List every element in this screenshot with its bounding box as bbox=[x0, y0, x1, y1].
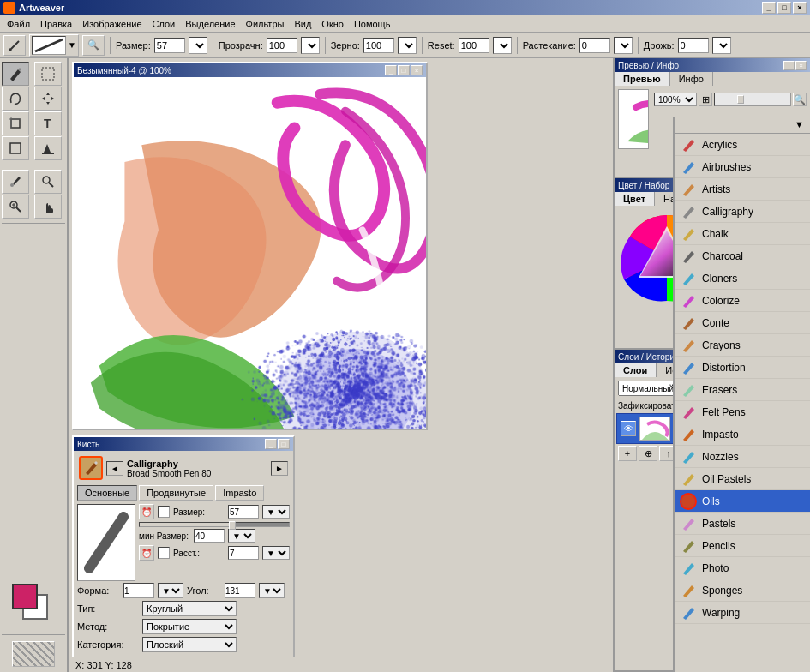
menu-edit[interactable]: Правка bbox=[35, 17, 77, 31]
brush-list-item-oil_pastels[interactable]: Oil Pastels bbox=[675, 468, 810, 490]
tool-text[interactable]: T bbox=[34, 111, 62, 135]
tab-info[interactable]: Инфо bbox=[670, 72, 713, 86]
canvas-minimize[interactable]: _ bbox=[385, 65, 397, 75]
brush-list-settings-icon[interactable]: ▼ bbox=[795, 119, 807, 131]
zoom-select[interactable]: 100% bbox=[654, 93, 697, 106]
brush-list-item-cloners[interactable]: Cloners bbox=[675, 267, 810, 290]
tab-color[interactable]: Цвет bbox=[615, 192, 655, 206]
menu-file[interactable]: Файл bbox=[2, 17, 35, 31]
tab-preview[interactable]: Превью bbox=[615, 72, 670, 86]
tool-move[interactable] bbox=[34, 87, 62, 111]
tool-fill[interactable] bbox=[34, 136, 62, 160]
preview-close[interactable]: × bbox=[795, 61, 807, 70]
canvas-content[interactable] bbox=[74, 77, 426, 429]
menu-layers[interactable]: Слои bbox=[147, 17, 181, 31]
tool-shape[interactable] bbox=[2, 136, 29, 160]
size-slider[interactable] bbox=[139, 522, 290, 527]
tool-selection[interactable] bbox=[34, 62, 62, 86]
brush-list-item-felt_pens[interactable]: Felt Pens bbox=[675, 401, 810, 423]
brush-list-item-artists[interactable]: Artists bbox=[675, 178, 810, 201]
preview-minimize[interactable]: _ bbox=[783, 61, 795, 70]
rasterize-select[interactable]: ▼ bbox=[614, 37, 633, 54]
brush-prev-arrow[interactable]: ◄ bbox=[106, 461, 123, 476]
angle-input[interactable] bbox=[225, 583, 255, 598]
brush-icon-button[interactable] bbox=[79, 456, 103, 480]
menu-selection[interactable]: Выделение bbox=[180, 17, 240, 31]
brush-minimize[interactable]: _ bbox=[265, 439, 277, 449]
tab-layers[interactable]: Слои bbox=[615, 363, 657, 377]
tool-crop[interactable] bbox=[2, 111, 29, 135]
menu-image[interactable]: Изображение bbox=[77, 17, 147, 31]
maximize-button[interactable]: □ bbox=[777, 2, 791, 14]
close-button[interactable]: × bbox=[793, 2, 807, 14]
size-input[interactable] bbox=[154, 38, 185, 53]
tab-impasto[interactable]: Impasto bbox=[215, 485, 264, 501]
minimize-button[interactable]: _ bbox=[762, 2, 776, 14]
brush-dropdown-arrow[interactable]: ▼ bbox=[68, 40, 76, 50]
tool-eyedropper[interactable] bbox=[2, 170, 29, 194]
brush-list-item-warping[interactable]: Warping bbox=[675, 602, 810, 624]
tool-pen-icon[interactable] bbox=[3, 35, 26, 56]
brush-list-item-impasto[interactable]: Impasto bbox=[675, 423, 810, 446]
size-clock-icon[interactable]: ⏰ bbox=[139, 504, 154, 519]
brush-list-item-airbrushes[interactable]: Airbrushes bbox=[675, 156, 810, 178]
foreground-color[interactable] bbox=[12, 584, 38, 609]
brush-list-item-distortion[interactable]: Distortion bbox=[675, 357, 810, 379]
opacity-select[interactable]: ▼ bbox=[301, 37, 320, 54]
brush-list-item-conte[interactable]: Conte bbox=[675, 312, 810, 334]
method-select[interactable]: Покрытие bbox=[142, 619, 237, 634]
tool-lasso[interactable] bbox=[2, 87, 29, 111]
size-select[interactable]: ▼ bbox=[189, 37, 207, 54]
brush-list-item-pastels[interactable]: Pastels bbox=[675, 513, 810, 535]
duplicate-layer-button[interactable]: ⊕ bbox=[639, 446, 657, 461]
brush-next-arrow[interactable]: ► bbox=[271, 461, 288, 476]
zoom-fit-icon[interactable]: ⊞ bbox=[699, 93, 712, 106]
tab-basic[interactable]: Основные bbox=[77, 485, 137, 501]
zoom-slider-bar[interactable] bbox=[714, 93, 791, 106]
spacing-select[interactable]: ▼ bbox=[262, 546, 290, 560]
brush-list-item-sponges[interactable]: Sponges bbox=[675, 579, 810, 602]
brush-list-scroll[interactable]: AcrylicsAirbrushesArtistsCalligraphyChal… bbox=[675, 134, 810, 672]
tool-hand[interactable] bbox=[34, 195, 62, 219]
reset-input[interactable] bbox=[459, 38, 489, 53]
menu-window[interactable]: Окно bbox=[316, 17, 349, 31]
tremble-select[interactable]: ▼ bbox=[712, 37, 731, 54]
new-layer-button[interactable]: + bbox=[618, 446, 637, 461]
pattern-button[interactable] bbox=[12, 641, 55, 667]
brush-list-item-calligraphy[interactable]: Calligraphy bbox=[675, 201, 810, 223]
brush-list-item-oils[interactable]: Oils bbox=[675, 490, 810, 513]
brush-list-item-nozzles[interactable]: Nozzles bbox=[675, 446, 810, 468]
brush-list-item-acrylics[interactable]: Acrylics bbox=[675, 134, 810, 156]
brush-size-select[interactable]: ▼ bbox=[262, 505, 290, 519]
angle-select[interactable]: ▼ bbox=[259, 583, 285, 598]
zoom-magnifier-icon[interactable]: 🔍 bbox=[793, 93, 807, 106]
grain-select[interactable]: ▼ bbox=[398, 37, 417, 54]
spacing-checkbox[interactable] bbox=[158, 547, 170, 559]
grain-input[interactable] bbox=[363, 38, 394, 53]
brush-list-item-crayons[interactable]: Crayons bbox=[675, 334, 810, 357]
category-select[interactable]: Плоский bbox=[142, 637, 237, 652]
reset-select[interactable]: ▼ bbox=[493, 37, 512, 54]
menu-help[interactable]: Помощь bbox=[349, 17, 396, 31]
brush-list-item-photo[interactable]: Photo bbox=[675, 557, 810, 579]
spacing-input[interactable] bbox=[228, 546, 259, 560]
size-checkbox[interactable] bbox=[158, 506, 170, 518]
tool-paint[interactable] bbox=[2, 62, 29, 86]
shape-input[interactable] bbox=[123, 583, 154, 598]
menu-filters[interactable]: Фильтры bbox=[241, 17, 290, 31]
shape-select[interactable]: ▼ bbox=[158, 583, 183, 598]
type-select[interactable]: Круглый bbox=[142, 601, 237, 616]
tool-zoom[interactable] bbox=[2, 195, 29, 219]
brush-list-item-pencils[interactable]: Pencils bbox=[675, 535, 810, 557]
canvas-close[interactable]: × bbox=[411, 65, 423, 75]
brush-size-input[interactable] bbox=[228, 505, 259, 519]
layer-visibility-icon[interactable]: 👁 bbox=[621, 421, 636, 436]
brush-list-item-colorize[interactable]: Colorize bbox=[675, 290, 810, 312]
brush-list-item-chalk[interactable]: Chalk bbox=[675, 223, 810, 245]
brush-list-item-erasers[interactable]: Erasers bbox=[675, 379, 810, 401]
tremble-input[interactable] bbox=[678, 38, 709, 53]
canvas-maximize[interactable]: □ bbox=[398, 65, 410, 75]
opacity-input[interactable] bbox=[267, 38, 297, 53]
brush-list-item-charcoal[interactable]: Charcoal bbox=[675, 245, 810, 267]
menu-view[interactable]: Вид bbox=[289, 17, 316, 31]
